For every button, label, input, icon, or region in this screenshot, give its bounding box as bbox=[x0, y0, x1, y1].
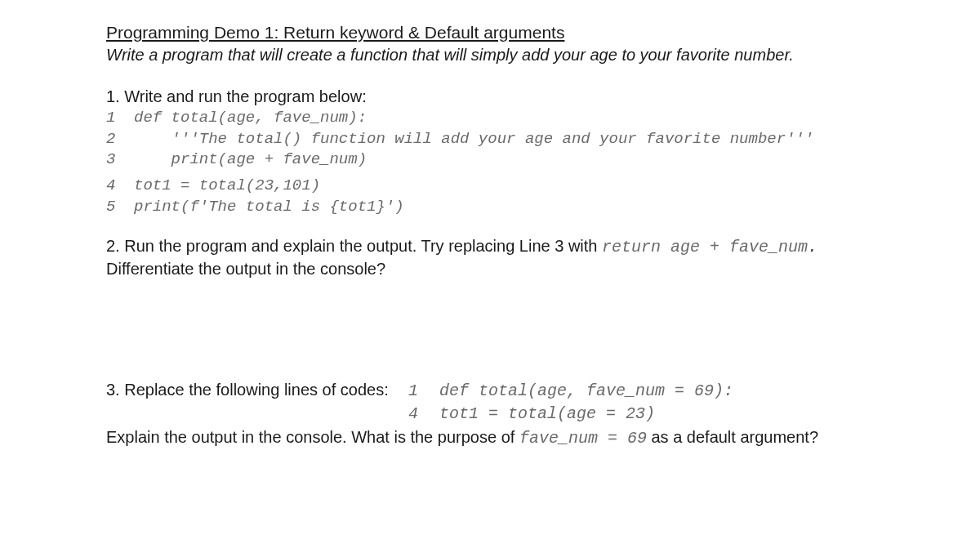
step-3-lead: 3. Replace the following lines of codes: bbox=[106, 378, 408, 401]
code-text: tot1 = total(age = 23) bbox=[439, 403, 655, 426]
step-3-line-4: 4 tot1 = total(age = 23) bbox=[106, 403, 874, 426]
code-text: print(f'The total is {tot1}') bbox=[134, 197, 404, 218]
code-text: print(age + fave_num) bbox=[134, 149, 367, 171]
code-line: 3 print(age + fave_num) bbox=[106, 149, 874, 171]
page-subtitle: Write a program that will create a funct… bbox=[106, 46, 874, 65]
step-2-post: Differentiate the output in the console? bbox=[106, 260, 385, 278]
step-2-text: 2. Run the program and explain the outpu… bbox=[106, 235, 874, 280]
code-text: def total(age, fave_num): bbox=[134, 108, 367, 129]
step-1-heading: 1. Write and run the program below: bbox=[106, 87, 874, 106]
line-number: 4 bbox=[408, 403, 439, 426]
step-3-line-1: 3. Replace the following lines of codes:… bbox=[106, 378, 874, 403]
line-number: 2 bbox=[106, 129, 134, 150]
line-number: 1 bbox=[106, 108, 134, 129]
document-page: Programming Demo 1: Return keyword & Def… bbox=[0, 0, 980, 535]
page-title: Programming Demo 1: Return keyword & Def… bbox=[106, 23, 874, 42]
code-text: tot1 = total(23,101) bbox=[134, 176, 320, 197]
explain-post: as a default argument? bbox=[647, 428, 818, 446]
inline-code: return age + fave_num bbox=[602, 238, 808, 256]
line-number: 5 bbox=[106, 197, 134, 218]
inline-code-dot: . bbox=[808, 238, 817, 256]
step-3-explain: Explain the output in the console. What … bbox=[106, 426, 874, 450]
code-line: 4 tot1 = total(23,101) bbox=[106, 176, 874, 197]
code-block-1: 1 def total(age, fave_num): 2 '''The tot… bbox=[106, 108, 874, 217]
line-number: 1 bbox=[408, 380, 439, 403]
explain-pre: Explain the output in the console. What … bbox=[106, 428, 519, 446]
step-2-pre: 2. Run the program and explain the outpu… bbox=[106, 237, 602, 255]
line-number: 4 bbox=[106, 176, 134, 197]
code-line: 1 def total(age, fave_num): bbox=[106, 108, 874, 129]
code-text: def total(age, fave_num = 69): bbox=[439, 380, 733, 403]
code-text: '''The total() function will add your ag… bbox=[134, 129, 813, 150]
code-line: 2 '''The total() function will add your … bbox=[106, 129, 874, 150]
line-number: 3 bbox=[106, 149, 134, 171]
step-3-block: 3. Replace the following lines of codes:… bbox=[106, 378, 874, 450]
inline-code: fave_num = 69 bbox=[519, 429, 647, 448]
code-line: 5 print(f'The total is {tot1}') bbox=[106, 197, 874, 218]
